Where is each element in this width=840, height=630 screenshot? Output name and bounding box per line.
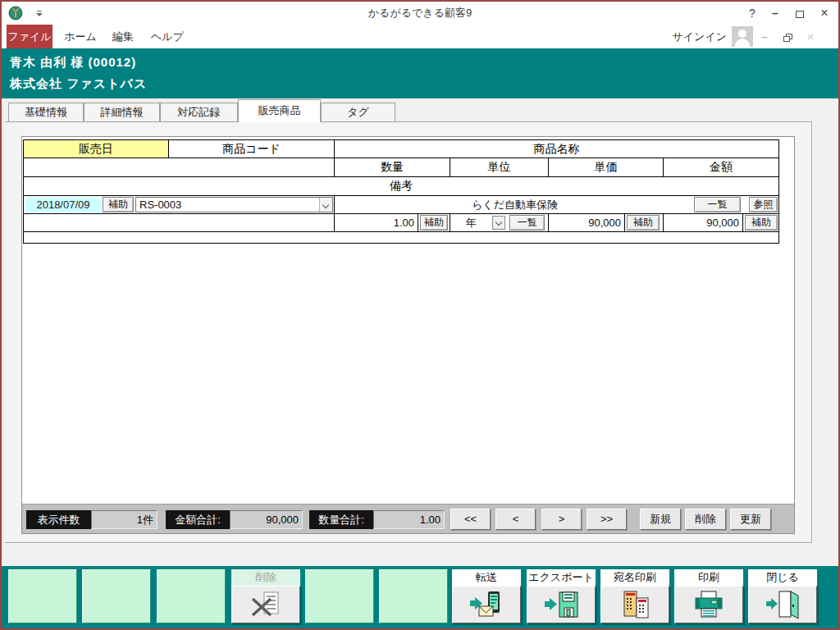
chevron-down-icon	[322, 202, 329, 208]
toolbar-transfer-label: 転送	[452, 569, 521, 586]
product-code-combo[interactable]: RS-0003	[135, 197, 333, 212]
toolbar-print-label: 印刷	[674, 569, 743, 586]
menu-file[interactable]: ファイル	[7, 25, 52, 48]
unit-price-field[interactable]: 90,000	[549, 214, 625, 231]
unit-list-button[interactable]: 一覧	[509, 215, 545, 231]
child-close-button[interactable]: ×	[801, 25, 820, 48]
row-name-cell: らくだ自動車保険 一覧 参照	[335, 196, 778, 214]
product-name-reference-button[interactable]: 参照	[749, 197, 778, 212]
close-button[interactable]: ×	[812, 2, 837, 25]
prev-record-button[interactable]: <	[495, 509, 536, 530]
menu-bar: ファイル ホーム 編集 ヘルプ サインイン – ×	[2, 25, 838, 48]
toolbar-export-label: エクスポート	[527, 569, 596, 586]
product-code-value: RS-0003	[139, 199, 181, 211]
unit-cell: 年 一覧	[450, 214, 549, 232]
quantity-total-label: 数量合計:	[309, 510, 373, 529]
quantity-cell: 1.00 補助	[335, 214, 450, 232]
col-header-unit[interactable]: 単位	[450, 158, 549, 177]
tab-basic-info[interactable]: 基礎情報	[8, 103, 84, 121]
sale-date-field[interactable]: 2018/07/09	[25, 198, 101, 212]
window-title: かるがるできる顧客9	[2, 2, 838, 25]
toolbar-transfer: 転送	[452, 569, 521, 623]
amount-total-value: 90,000	[230, 510, 303, 529]
title-bar: かるがるできる顧客9 ? – ×	[2, 2, 838, 25]
toolbar-transfer-button[interactable]	[452, 586, 521, 623]
display-count-value: 1件	[91, 510, 158, 529]
col-header-amount[interactable]: 金額	[664, 158, 778, 177]
minimize-button[interactable]: –	[763, 2, 788, 25]
last-record-button[interactable]: >>	[587, 509, 627, 530]
remarks-row[interactable]	[24, 232, 778, 243]
toolbar-close-label: 閉じる	[748, 569, 817, 586]
amount-assist-button[interactable]: 補助	[745, 215, 778, 231]
unit-field[interactable]: 年	[451, 215, 491, 231]
toolbar-export-button[interactable]	[527, 586, 596, 623]
avatar-head-icon	[738, 30, 746, 38]
toolbar-slot-empty-4	[305, 569, 374, 623]
menu-home[interactable]: ホーム	[59, 25, 102, 48]
exit-door-icon	[765, 590, 801, 619]
toolbar-slot-empty-5	[379, 569, 448, 623]
new-record-button[interactable]: 新規	[640, 509, 681, 530]
toolbar-slot-empty-1	[8, 569, 77, 623]
signin-link[interactable]: サインイン	[672, 25, 727, 48]
row-left-cell: 2018/07/09 補助 RS-0003	[24, 196, 335, 214]
menu-help[interactable]: ヘルプ	[148, 25, 187, 48]
unit-price-assist-button[interactable]: 補助	[627, 215, 660, 231]
bottom-toolbar: 削除 転送	[2, 566, 838, 628]
quantity-field[interactable]: 1.00	[335, 214, 418, 231]
maximize-button[interactable]	[788, 2, 812, 25]
toolbar-slot-empty-3	[157, 569, 226, 623]
menu-edit[interactable]: 編集	[105, 25, 141, 48]
toolbar-print: 印刷	[674, 569, 743, 623]
toolbar-delete-label: 削除	[231, 569, 300, 586]
amount-field[interactable]: 90,000	[664, 214, 743, 231]
address-cards-icon	[617, 590, 653, 619]
col-header-quantity[interactable]: 数量	[335, 158, 450, 177]
tab-sales-products[interactable]: 販売商品	[238, 99, 321, 122]
help-button[interactable]: ?	[740, 2, 765, 25]
user-avatar[interactable]	[732, 26, 753, 47]
col-header-product-name[interactable]: 商品名称	[335, 140, 778, 158]
app-window: かるがるできる顧客9 ? – × ファイル ホーム 編集 ヘルプ サインイン –…	[0, 0, 840, 630]
tab-correspondence[interactable]: 対応記録	[160, 103, 238, 121]
tab-tags[interactable]: タグ	[321, 103, 395, 121]
toolbar-close: 閉じる	[748, 569, 817, 623]
col-header-product-code[interactable]: 商品コード	[169, 140, 335, 158]
delete-document-icon	[249, 591, 282, 619]
product-name-list-button[interactable]: 一覧	[694, 197, 741, 212]
printer-icon	[691, 590, 727, 619]
toolbar-address-print-button[interactable]	[600, 586, 669, 623]
customer-name: 青木 由利 様 (00012)	[10, 55, 136, 71]
unit-price-cell: 90,000 補助	[549, 214, 664, 232]
first-record-button[interactable]: <<	[450, 509, 491, 530]
col-header-sale-date[interactable]: 販売日	[24, 140, 169, 158]
sale-date-assist-button[interactable]: 補助	[103, 197, 134, 212]
col-header-spacer	[24, 158, 335, 177]
col-header-unit-price[interactable]: 単価	[549, 158, 664, 177]
sales-table: 販売日 商品コード 商品名称 数量 単位 単価 金額 備考 2018/07/09…	[23, 139, 779, 244]
update-record-button[interactable]: 更新	[730, 509, 771, 530]
display-count-label: 表示件数	[26, 510, 91, 529]
unit-dropdown-button[interactable]	[492, 216, 505, 230]
next-record-button[interactable]: >	[541, 509, 582, 530]
sales-grid-panel: 販売日 商品コード 商品名称 数量 単位 単価 金額 備考 2018/07/09…	[21, 136, 795, 534]
transfer-icon	[468, 590, 504, 619]
toolbar-print-button[interactable]	[674, 586, 743, 623]
customer-header: 青木 由利 様 (00012) 株式会社 ファストバス	[2, 48, 838, 98]
toolbar-close-button[interactable]	[748, 586, 817, 623]
delete-record-button[interactable]: 削除	[685, 509, 726, 530]
product-code-dropdown-button[interactable]	[319, 198, 332, 212]
toolbar-export: エクスポート	[527, 569, 596, 623]
customer-company: 株式会社 ファストバス	[10, 76, 147, 92]
child-minimize-button[interactable]: –	[755, 25, 774, 48]
toolbar-delete-button[interactable]	[231, 586, 300, 623]
child-restore-button[interactable]	[778, 25, 797, 48]
amount-total-label: 金額合計:	[166, 510, 230, 529]
tab-detail-info[interactable]: 詳細情報	[84, 103, 160, 121]
chevron-down-icon	[495, 219, 502, 226]
product-name-field[interactable]: らくだ自動車保険	[336, 198, 692, 212]
export-floppy-icon	[543, 590, 579, 619]
quantity-total-value: 1.00	[373, 510, 445, 529]
quantity-assist-button[interactable]: 補助	[420, 215, 448, 231]
